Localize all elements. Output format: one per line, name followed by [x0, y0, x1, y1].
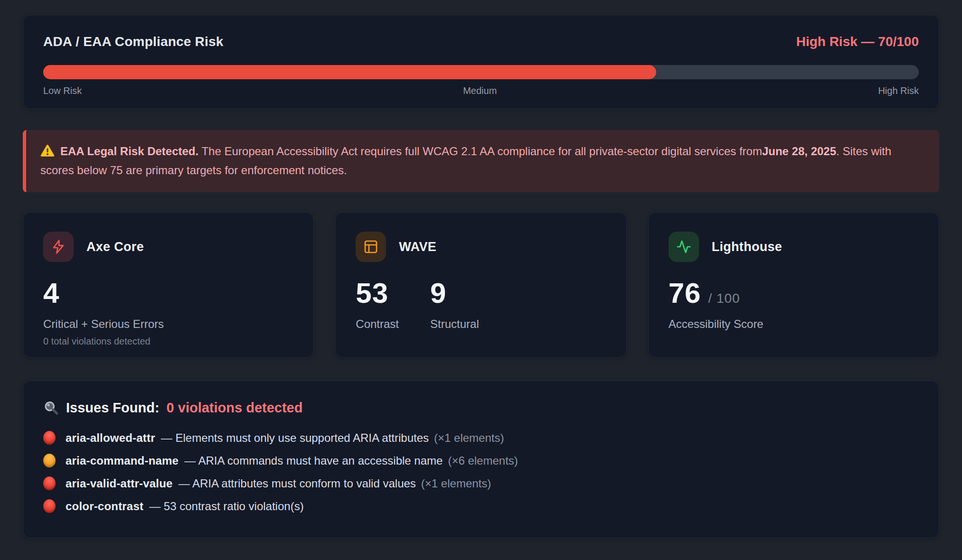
- scale-low-label: Low Risk: [43, 85, 82, 96]
- axe-core-header: Axe Core: [43, 232, 293, 262]
- wave-contrast-stat: 53 Contrast: [356, 279, 399, 331]
- issue-description: — Elements must only use supported ARIA …: [161, 430, 429, 445]
- lighthouse-score-row: 76 / 100: [669, 279, 919, 308]
- issue-element-count: (×1 elements): [421, 476, 491, 491]
- wave-contrast-label: Contrast: [356, 317, 399, 331]
- metric-cards-row: Axe Core 4 Critical + Serious Errors 0 t…: [23, 212, 939, 358]
- issue-code: color-contrast: [66, 499, 143, 513]
- banner-body-1: The European Accessibility Act requires …: [198, 145, 762, 158]
- risk-header-row: ADA / EAA Compliance Risk High Risk — 70…: [43, 34, 919, 49]
- issue-item: color-contrast— 53 contrast ratio violat…: [43, 499, 919, 513]
- issue-description: — ARIA commands must have an accessible …: [184, 453, 443, 468]
- risk-score-label: High Risk — 70/100: [796, 34, 919, 49]
- risk-progress-track: [43, 65, 919, 79]
- issue-element-count: (×6 elements): [448, 453, 518, 468]
- lighthouse-header: Lighthouse: [669, 232, 919, 262]
- lighthouse-title: Lighthouse: [712, 240, 782, 254]
- wave-structural-stat: 9 Structural: [430, 279, 479, 331]
- lighthouse-score-suffix: / 100: [708, 291, 740, 306]
- axe-core-subtext: 0 total violations detected: [43, 336, 293, 347]
- issue-item: aria-command-name— ARIA commands must ha…: [43, 453, 919, 468]
- axe-core-card: Axe Core 4 Critical + Serious Errors 0 t…: [23, 212, 314, 358]
- wave-title: WAVE: [399, 240, 436, 254]
- banner-date: June 28, 2025: [762, 145, 836, 158]
- wave-stats: 53 Contrast 9 Structural: [356, 279, 606, 331]
- axe-core-label: Critical + Serious Errors: [43, 317, 293, 331]
- issues-count-label: 0 violations detected: [167, 400, 303, 416]
- wave-structural-value: 9: [430, 279, 479, 308]
- wave-structural-label: Structural: [430, 317, 479, 331]
- risk-progress-fill: [43, 65, 656, 79]
- lighthouse-card: Lighthouse 76 / 100 Accessibility Score: [648, 212, 939, 358]
- scale-medium-label: Medium: [463, 85, 497, 96]
- issue-description: — ARIA attributes must conform to valid …: [179, 476, 416, 491]
- layout-icon: [356, 232, 386, 262]
- scale-high-label: High Risk: [878, 85, 919, 96]
- axe-core-title: Axe Core: [86, 240, 144, 254]
- critical-dot-icon: [43, 499, 56, 513]
- warning-triangle-icon: [40, 144, 55, 162]
- wave-header: WAVE: [356, 232, 606, 262]
- issue-item: aria-valid-attr-value— ARIA attributes m…: [43, 476, 919, 491]
- issues-header: Issues Found: 0 violations detected: [43, 400, 919, 416]
- issues-list: aria-allowed-attr— Elements must only us…: [43, 430, 919, 513]
- legal-risk-banner: EAA Legal Risk Detected. The European Ac…: [23, 130, 939, 192]
- risk-scale: Low Risk Medium High Risk: [43, 85, 919, 96]
- page-title: ADA / EAA Compliance Risk: [43, 34, 223, 49]
- issue-element-count: (×1 elements): [434, 430, 504, 445]
- moderate-dot-icon: [43, 454, 56, 467]
- issues-title: Issues Found:: [66, 400, 160, 416]
- banner-title: EAA Legal Risk Detected.: [60, 145, 198, 158]
- issue-code: aria-allowed-attr: [66, 430, 155, 445]
- risk-summary-card: ADA / EAA Compliance Risk High Risk — 70…: [23, 15, 939, 109]
- magnifier-icon: [43, 400, 59, 416]
- lighthouse-value: 76: [669, 279, 701, 308]
- critical-dot-icon: [43, 476, 56, 490]
- issue-description: — 53 contrast ratio violation(s): [149, 499, 303, 513]
- activity-icon: [669, 232, 699, 262]
- issue-code: aria-command-name: [66, 453, 179, 468]
- wave-contrast-value: 53: [356, 279, 399, 308]
- zap-icon: [43, 232, 74, 262]
- critical-dot-icon: [43, 431, 56, 445]
- axe-core-value: 4: [43, 279, 293, 308]
- issues-card: Issues Found: 0 violations detected aria…: [23, 381, 939, 538]
- issue-item: aria-allowed-attr— Elements must only us…: [43, 430, 919, 445]
- issue-code: aria-valid-attr-value: [66, 476, 173, 491]
- wave-card: WAVE 53 Contrast 9 Structural: [335, 212, 626, 358]
- lighthouse-label: Accessibility Score: [669, 317, 919, 331]
- compliance-dashboard: ADA / EAA Compliance Risk High Risk — 70…: [0, 0, 962, 538]
